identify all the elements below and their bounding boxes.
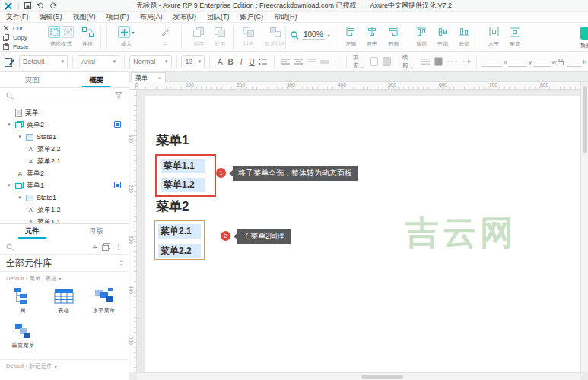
redo-icon[interactable]: [49, 2, 57, 9]
fill-color-swatch[interactable]: [370, 57, 379, 66]
line-style-select[interactable]: [447, 59, 457, 64]
group-tool[interactable]: 组合: [236, 25, 262, 48]
underline-button[interactable]: U: [246, 58, 257, 66]
menu-item-1-2[interactable]: 菜单1.2: [161, 178, 205, 192]
menu-project[interactable]: 项目(P): [106, 12, 129, 22]
point-tool[interactable]: 点: [152, 25, 178, 48]
tab-pages[interactable]: 页面: [0, 72, 65, 87]
x-input[interactable]: [482, 57, 503, 67]
menu-help[interactable]: 帮助(H): [274, 12, 297, 22]
line-width-select[interactable]: [420, 58, 431, 65]
widget-horizontal-menu[interactable]: 水平菜单: [84, 287, 124, 317]
menu-item-2-1[interactable]: 菜单2.1: [158, 224, 201, 239]
library-section-header-2[interactable]: Default › 标记元件▾: [0, 359, 129, 372]
tree-item-label[interactable]: A 菜单1.2: [0, 204, 129, 216]
text-align-left-icon[interactable]: [281, 59, 290, 65]
text-align-top-icon[interactable]: [307, 59, 316, 65]
tree-item-label[interactable]: A 菜单2.2: [0, 143, 129, 155]
distribute-vertical-tool[interactable]: 垂直: [502, 25, 528, 48]
widget-table[interactable]: 表格: [43, 287, 84, 317]
bullet-list-button[interactable]: [259, 58, 268, 65]
font-family-select[interactable]: Arial▾: [78, 55, 119, 68]
panel-marker-icon[interactable]: [114, 182, 121, 188]
menu-item-1-1[interactable]: 菜单1.1: [161, 159, 205, 173]
horizontal-scrollbar-thumb[interactable]: [361, 375, 403, 379]
expand-arrow-icon[interactable]: ▾: [6, 122, 12, 128]
zoom-control[interactable]: 100% ▾: [291, 30, 330, 40]
dynamic-panel-icon: [15, 182, 24, 189]
tree-item-panel-menu2[interactable]: ▾ 菜单2: [0, 119, 129, 131]
expand-arrow-icon[interactable]: ▾: [17, 134, 23, 140]
align-right-tool[interactable]: 右侧: [380, 25, 406, 48]
tree-item-label[interactable]: A 菜单2: [0, 167, 129, 179]
tree-item-state[interactable]: ▾ State1: [0, 131, 129, 143]
menu-account[interactable]: 账户(C): [240, 12, 264, 22]
canvas-heading-menu1[interactable]: 菜单1: [156, 131, 189, 149]
tab-widgets[interactable]: 元件: [0, 224, 65, 239]
vertical-scrollbar-thumb[interactable]: [583, 86, 587, 153]
send-back-tool[interactable]: 底层: [207, 25, 233, 48]
menu-team[interactable]: 团队(T): [207, 12, 230, 22]
bold-button[interactable]: B: [225, 58, 236, 66]
vertical-menu-widget-icon: [14, 321, 33, 340]
save-icon[interactable]: [24, 2, 31, 9]
preview-button[interactable]: [580, 27, 588, 40]
canvas-tab-menu[interactable]: 菜单 ×: [131, 72, 166, 82]
undo-icon[interactable]: [37, 2, 44, 9]
horizontal-scrollbar[interactable]: [137, 372, 580, 380]
library-stack-icon[interactable]: [102, 243, 110, 251]
expand-arrow-icon[interactable]: ▾: [6, 182, 12, 188]
insert-tool[interactable]: ▾ 插入: [111, 25, 141, 48]
more-options-icon[interactable]: ⋮: [115, 242, 122, 251]
arrow-style-select[interactable]: [462, 59, 472, 65]
library-section-header[interactable]: Default › 菜单 | 表格▾: [0, 272, 129, 285]
menu-arrange[interactable]: 布局(A): [140, 12, 163, 22]
text-align-middle-icon[interactable]: [320, 59, 329, 65]
more-format-icon[interactable]: ···: [333, 59, 339, 65]
canvas-heading-menu2[interactable]: 菜单2: [156, 198, 189, 215]
menu-publish[interactable]: 发布(U): [173, 12, 197, 22]
distribute-vertical-icon: [510, 27, 520, 37]
tab-outline[interactable]: 概要: [65, 72, 129, 87]
font-size-select[interactable]: 13▾: [181, 55, 205, 68]
tree-item-page[interactable]: 菜单: [0, 106, 129, 119]
filter-icon[interactable]: [115, 92, 122, 99]
axure-logo-icon: [5, 2, 12, 10]
widget-vertical-menu[interactable]: 垂直菜单: [3, 321, 43, 352]
font-weight-select[interactable]: Normal▾: [129, 55, 171, 68]
expand-arrow-icon[interactable]: ▾: [17, 195, 23, 201]
tree-item-panel-menu1[interactable]: ▾ 菜单1: [0, 179, 129, 192]
chevron-down-icon[interactable]: ▾: [132, 30, 134, 35]
library-select[interactable]: 全部元件库 ▴▾: [0, 255, 129, 272]
select-intersect-icon[interactable]: [48, 26, 60, 38]
connect-tool[interactable]: 连接: [75, 25, 100, 48]
menu-item-2-2[interactable]: 菜单2.2: [158, 244, 201, 258]
panel-marker-icon[interactable]: [114, 121, 121, 128]
tab-masters[interactable]: 母版: [65, 224, 129, 239]
menu-view[interactable]: 视图(V): [73, 12, 96, 22]
select-contain-icon[interactable]: [62, 26, 74, 38]
font-color-button[interactable]: A: [215, 58, 225, 66]
widget-tree[interactable]: 树: [3, 287, 43, 317]
ungroup-tool[interactable]: 取消组合: [259, 25, 292, 48]
w-input[interactable]: [533, 57, 551, 67]
align-bottom-tool[interactable]: 底部: [451, 25, 477, 48]
tree-item-state[interactable]: ▾ State1: [0, 192, 129, 204]
close-icon[interactable]: ×: [157, 74, 161, 81]
left-panel: 页面 概要 菜单 ▾ 菜单2 ▾ State1 A 菜单2.2 A: [0, 72, 129, 380]
h-input[interactable]: [567, 57, 581, 67]
vertical-scrollbar[interactable]: [580, 82, 588, 372]
menu-edit[interactable]: 编辑(E): [40, 12, 62, 22]
tree-item-label[interactable]: A 菜单1.1: [0, 216, 129, 223]
italic-button[interactable]: I: [236, 58, 246, 66]
line-color-swatch[interactable]: [434, 57, 443, 66]
style-preset-select[interactable]: Default▾: [19, 55, 68, 68]
add-library-icon[interactable]: +: [93, 242, 97, 252]
fill-shadow-swatch[interactable]: [383, 57, 391, 66]
y-input[interactable]: [508, 57, 526, 67]
text-align-center-icon[interactable]: [294, 59, 303, 65]
annotation-badge-2: 2: [221, 231, 230, 241]
menu-file[interactable]: 文件(F): [6, 12, 29, 22]
tree-item-label[interactable]: A 菜单2.1: [0, 155, 129, 167]
lock-ratio-icon[interactable]: [558, 59, 564, 65]
